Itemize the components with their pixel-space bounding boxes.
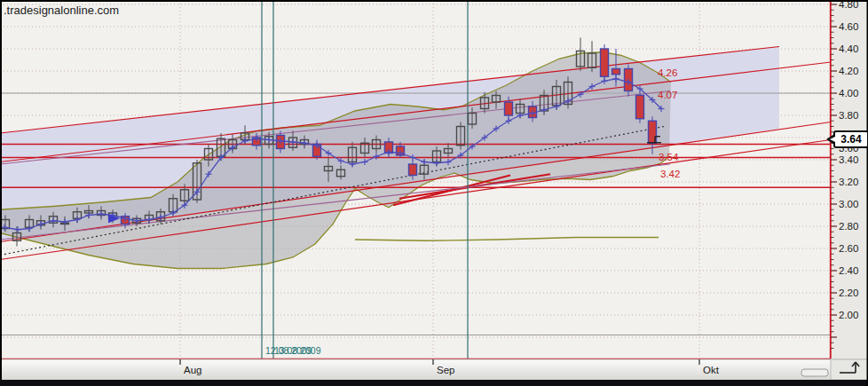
svg-text:3.20: 3.20 bbox=[839, 177, 858, 187]
x-axis[interactable]: AugSepOkt bbox=[0, 359, 868, 380]
svg-text:3.40: 3.40 bbox=[839, 154, 858, 165]
current-price-tag: 3.64 bbox=[833, 130, 868, 148]
price-chart[interactable]: 4.264.073.543.4212.08.200913.08.20094.80… bbox=[0, 0, 868, 386]
trading-chart-window: 4.264.073.543.4212.08.200913.08.20094.80… bbox=[0, 0, 868, 386]
axis-corner-box[interactable] bbox=[831, 359, 868, 380]
svg-text:4.07: 4.07 bbox=[658, 90, 677, 100]
svg-text:Aug: Aug bbox=[184, 365, 201, 375]
candle-down bbox=[601, 44, 609, 81]
event-date-labels: 12.08.200913.08.2009 bbox=[265, 345, 321, 356]
svg-text:3.54: 3.54 bbox=[659, 152, 679, 162]
svg-text:4.00: 4.00 bbox=[839, 88, 858, 98]
candle-down bbox=[636, 91, 644, 123]
svg-text:4.60: 4.60 bbox=[839, 21, 858, 32]
svg-text:Okt: Okt bbox=[703, 365, 720, 375]
svg-text:3.42: 3.42 bbox=[660, 169, 680, 179]
svg-text:2.80: 2.80 bbox=[839, 221, 858, 232]
svg-text:2.20: 2.20 bbox=[839, 288, 858, 298]
watermark-text: .tradesignalonline.com bbox=[4, 4, 119, 17]
current-price-value: 3.64 bbox=[840, 133, 861, 146]
svg-text:13.08.2009: 13.08.2009 bbox=[274, 345, 321, 356]
svg-text:2.40: 2.40 bbox=[839, 265, 858, 276]
svg-text:Sep: Sep bbox=[437, 365, 454, 375]
svg-text:4.26: 4.26 bbox=[658, 67, 677, 78]
scrollbar-thumb[interactable] bbox=[801, 369, 828, 376]
svg-text:3.00: 3.00 bbox=[839, 199, 858, 209]
svg-text:4.20: 4.20 bbox=[839, 66, 858, 76]
svg-text:2.00: 2.00 bbox=[839, 310, 858, 320]
svg-text:2.60: 2.60 bbox=[839, 243, 858, 254]
y-axis[interactable]: 4.804.604.404.204.003.803.603.403.203.00… bbox=[831, 0, 868, 359]
svg-text:3.80: 3.80 bbox=[839, 110, 858, 121]
svg-text:4.40: 4.40 bbox=[839, 43, 858, 54]
